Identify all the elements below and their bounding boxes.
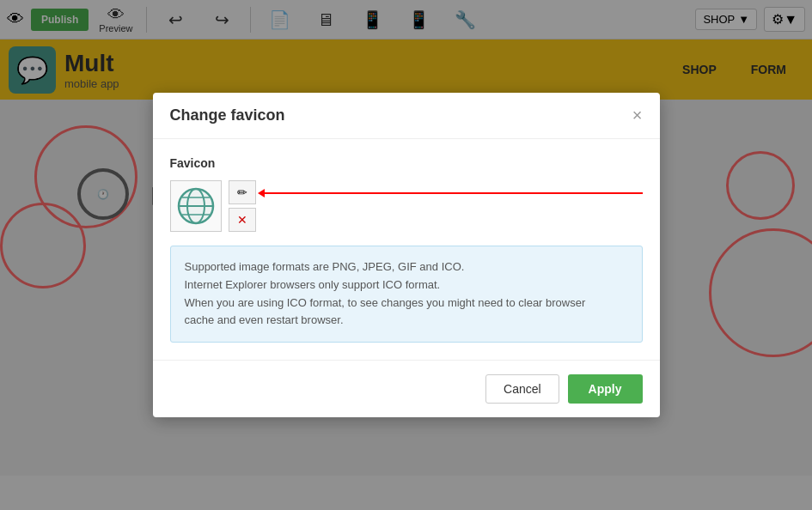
info-box: Supported image formats are PNG, JPEG, G… <box>170 246 643 343</box>
info-line-4: cache and even restart browser. <box>185 312 628 330</box>
modal-close-button[interactable]: × <box>632 106 643 124</box>
favicon-preview-box <box>170 180 222 232</box>
apply-button[interactable]: Apply <box>568 374 643 404</box>
favicon-actions: ✏ ✕ <box>229 180 256 232</box>
modal-header: Change favicon × <box>153 93 660 139</box>
arrow-head <box>258 189 265 197</box>
delete-favicon-button[interactable]: ✕ <box>229 208 256 232</box>
info-line-3: When you are using ICO format, to see ch… <box>185 294 628 313</box>
change-favicon-modal: Change favicon × Favicon <box>153 93 660 417</box>
svg-point-5 <box>179 189 213 223</box>
edit-favicon-button[interactable]: ✏ <box>229 180 256 204</box>
favicon-preview-area: ✏ ✕ <box>170 180 643 232</box>
edit-icon: ✏ <box>237 185 247 199</box>
modal-body: Favicon ✏ <box>153 139 660 360</box>
modal-overlay: Change favicon × Favicon <box>0 0 812 510</box>
arrow-annotation <box>263 180 643 194</box>
info-line-2: Internet Explorer browsers only support … <box>185 276 628 294</box>
favicon-section-label: Favicon <box>170 156 643 170</box>
favicon-globe-icon <box>175 185 217 227</box>
cancel-button[interactable]: Cancel <box>485 374 559 404</box>
arrow-line <box>263 192 643 194</box>
modal-footer: Cancel Apply <box>153 360 660 417</box>
delete-icon: ✕ <box>237 213 247 227</box>
modal-title: Change favicon <box>170 106 285 124</box>
info-line-1: Supported image formats are PNG, JPEG, G… <box>185 258 628 276</box>
